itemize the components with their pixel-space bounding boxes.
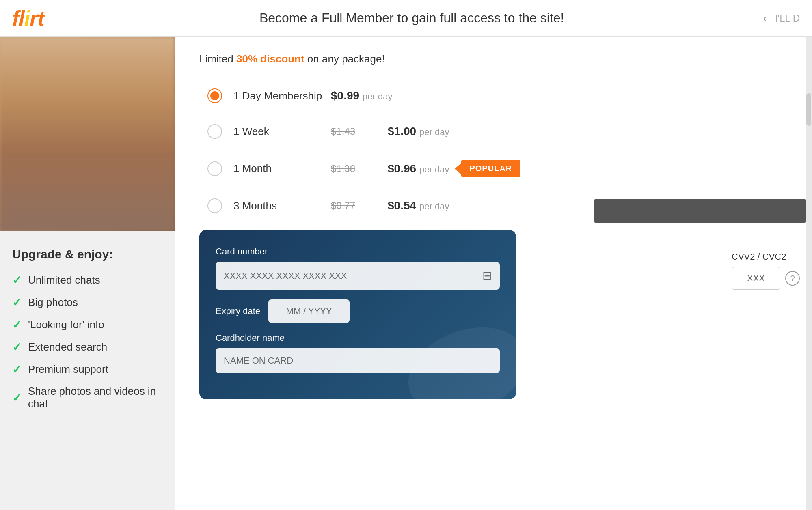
feature-label: Big photos [28, 296, 78, 309]
plan-old-price-3months: $0.77 [331, 200, 380, 211]
radio-1week[interactable] [207, 124, 222, 139]
plan-old-price-1week: $1.43 [331, 126, 380, 137]
card-icon: ⊟ [482, 269, 492, 282]
plan-price-3months: $0.54per day [388, 199, 449, 212]
scrollbar[interactable] [806, 37, 812, 510]
feature-label: 'Looking for' info [28, 318, 104, 331]
list-item: ✓ Extended search [12, 340, 162, 354]
discount-text: Limited [199, 53, 236, 65]
cardholder-group: Cardholder name NAME ON CARD [216, 333, 500, 373]
payment-form: Card number XXXX XXXX XXXX XXXX XXX ⊟ Ex… [199, 230, 516, 399]
logo: flirt [12, 6, 44, 30]
header-actions: ‹ I'LL D [763, 12, 800, 25]
feature-label: Unlimited chats [28, 274, 100, 286]
popular-badge: POPULAR [461, 160, 520, 177]
profile-image [0, 37, 175, 231]
cvv-help-icon[interactable]: ? [785, 271, 800, 286]
cardholder-placeholder: NAME ON CARD [224, 355, 293, 366]
list-item: ✓ Big photos [12, 296, 162, 309]
scrollbar-thumb [806, 93, 811, 126]
back-button[interactable]: ‹ [763, 12, 767, 25]
cvv-label: CVV2 / CVC2 [732, 252, 800, 262]
feature-label: Premium support [28, 363, 108, 376]
plan-name-1day: 1 Day Membership [233, 90, 323, 102]
plan-option-1month[interactable]: 1 Month $1.38 $0.96per day POPULAR [199, 151, 788, 186]
discount-highlight: 30% discount [236, 53, 304, 65]
plan-option-1week[interactable]: 1 Week $1.43 $1.00per day [199, 115, 788, 148]
cardholder-input[interactable]: NAME ON CARD [216, 348, 500, 373]
plan-price-1day: $0.99per day [331, 89, 392, 102]
cvv-input[interactable]: XXX [732, 267, 780, 290]
radio-1month[interactable] [207, 161, 222, 176]
plan-name-1week: 1 Week [233, 125, 323, 138]
list-item: ✓ 'Looking for' info [12, 318, 162, 331]
main-content: Upgrade & enjoy: ✓ Unlimited chats ✓ Big… [0, 37, 812, 510]
plan-name-1month: 1 Month [233, 162, 323, 175]
dark-bar [594, 199, 806, 223]
card-number-input[interactable]: XXXX XXXX XXXX XXXX XXX ⊟ [216, 262, 500, 290]
check-icon: ✓ [12, 318, 22, 331]
feature-list: ✓ Unlimited chats ✓ Big photos ✓ 'Lookin… [12, 273, 162, 410]
discount-suffix: on any package! [304, 53, 385, 65]
check-icon: ✓ [12, 391, 22, 405]
plan-name-3months: 3 Months [233, 200, 323, 212]
upgrade-title: Upgrade & enjoy: [12, 247, 162, 261]
decline-button[interactable]: I'LL D [775, 13, 800, 24]
expiry-label: Expiry date [216, 306, 260, 316]
sidebar: Upgrade & enjoy: ✓ Unlimited chats ✓ Big… [0, 37, 175, 510]
radio-3months[interactable] [207, 198, 222, 213]
list-item: ✓ Premium support [12, 363, 162, 376]
card-number-placeholder: XXXX XXXX XXXX XXXX XXX [224, 271, 347, 281]
list-item: ✓ Unlimited chats [12, 273, 162, 287]
plan-old-price-1month: $1.38 [331, 163, 380, 174]
check-icon: ✓ [12, 273, 22, 287]
cardholder-label: Cardholder name [216, 333, 500, 343]
upgrade-section: Upgrade & enjoy: ✓ Unlimited chats ✓ Big… [0, 231, 175, 426]
feature-label: Share photos and videos in chat [28, 385, 162, 410]
plan-price-1month: $0.96per day [388, 162, 449, 175]
check-icon: ✓ [12, 296, 22, 309]
plan-option-1day[interactable]: 1 Day Membership $0.99per day [199, 80, 788, 112]
profile-photo [0, 37, 175, 231]
expiry-input[interactable]: MM / YYYY [268, 299, 350, 323]
card-number-label: Card number [216, 246, 500, 257]
check-icon: ✓ [12, 340, 22, 354]
discount-banner: Limited 30% discount on any package! [199, 53, 788, 65]
header-title: Become a Full Member to gain full access… [60, 11, 763, 26]
radio-1day[interactable] [207, 88, 222, 103]
list-item: ✓ Share photos and videos in chat [12, 385, 162, 410]
cvv-row: XXX ? [732, 267, 800, 290]
header: flirt Become a Full Member to gain full … [0, 0, 812, 37]
cvv-section: CVV2 / CVC2 XXX ? [732, 252, 800, 290]
check-icon: ✓ [12, 363, 22, 376]
feature-label: Extended search [28, 341, 107, 353]
card-number-group: Card number XXXX XXXX XXXX XXXX XXX ⊟ [216, 246, 500, 290]
radio-inner [210, 91, 219, 100]
expiry-row: Expiry date MM / YYYY [216, 299, 500, 323]
right-panel: Limited 30% discount on any package! 1 D… [175, 37, 812, 510]
plan-price-1week: $1.00per day [388, 125, 449, 138]
